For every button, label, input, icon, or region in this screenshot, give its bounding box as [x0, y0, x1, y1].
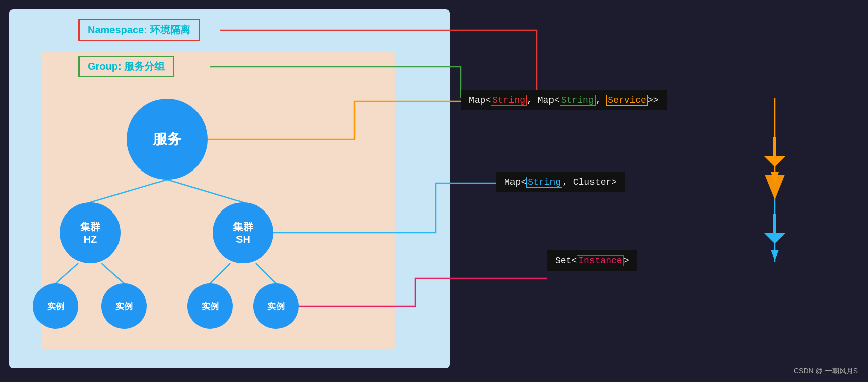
instance-2-label: 实例 — [115, 301, 133, 312]
set-instance-box: Set<Instance> — [547, 250, 637, 271]
cluster-hz-circle: 集群 HZ — [60, 202, 121, 263]
instance-4-circle: 实例 — [253, 283, 299, 329]
instance-1-circle: 实例 — [33, 283, 78, 329]
orange-arrow-down — [764, 137, 786, 167]
namespace-box: Namespace: 环境隔离 — [78, 19, 200, 41]
namespace-label: Namespace: 环境隔离 — [88, 24, 190, 35]
map-string-map-string-service-box: Map<String, Map<String, Service>> — [461, 90, 667, 110]
instance-1-label: 实例 — [47, 301, 64, 312]
service-circle: 服务 — [127, 99, 208, 180]
cluster-sh-circle: 集群 SH — [213, 202, 273, 263]
watermark-text: CSDN @ 一朝风月S — [794, 367, 858, 375]
instance-3-circle: 实例 — [187, 283, 233, 329]
svg-marker-10 — [764, 156, 786, 167]
group-box: Group: 服务分组 — [78, 56, 174, 77]
svg-marker-12 — [764, 233, 786, 244]
map-string-cluster-box: Map<String, Cluster> — [496, 172, 625, 192]
service-label: 服务 — [153, 130, 181, 149]
cyan-arrow-down — [764, 214, 786, 244]
instance-4-label: 实例 — [267, 301, 285, 312]
cluster-sh-label: 集群 SH — [233, 220, 253, 245]
cluster-hz-label: 集群 HZ — [80, 220, 100, 245]
watermark: CSDN @ 一朝风月S — [794, 367, 858, 376]
group-label: Group: 服务分组 — [88, 61, 165, 72]
instance-2-circle: 实例 — [101, 283, 147, 329]
instance-3-label: 实例 — [202, 301, 219, 312]
